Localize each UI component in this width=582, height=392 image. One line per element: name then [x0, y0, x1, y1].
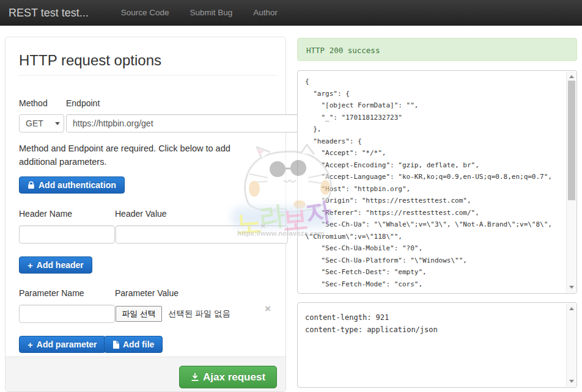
title-divider [19, 75, 277, 76]
response-headers-text: content-length: 921 content-type: applic… [298, 303, 576, 387]
header-value-input[interactable] [116, 225, 288, 244]
response-body-text: { "args": { "[object FormData]": "", "_"… [298, 71, 576, 293]
download-icon [191, 372, 199, 382]
nav-link-submit-bug[interactable]: Submit Bug [180, 0, 243, 26]
file-status-text: 선택된 파일 없음 [168, 308, 230, 319]
scroll-up-icon[interactable] [569, 75, 574, 78]
parameter-name-input[interactable] [19, 305, 115, 323]
add-parameter-label: Add parameter [37, 339, 97, 349]
response-body-box: { "args": { "[object FormData]": "", "_"… [297, 70, 577, 294]
scroll-down-icon[interactable] [569, 380, 574, 383]
headers-scrollbar[interactable] [566, 303, 576, 387]
parameter-name-label: Parameter Name [19, 288, 84, 298]
plus-icon: + [28, 261, 33, 270]
parameter-value-label: Parameter Value [115, 288, 179, 298]
add-file-button[interactable]: Add file [104, 336, 163, 353]
ajax-request-label: Ajax request [203, 371, 265, 383]
add-authentication-button[interactable]: Add authentication [19, 176, 125, 194]
scroll-up-icon[interactable] [569, 307, 574, 310]
header-name-label: Header Name [19, 209, 72, 219]
page-title: HTTP request options [19, 52, 161, 69]
method-select-wrap: GET [19, 114, 64, 132]
method-label: Method [19, 98, 48, 108]
nav-link-author[interactable]: Author [243, 0, 288, 26]
choose-file-button[interactable]: 파일 선택 [116, 306, 162, 322]
status-text: HTTP 200 success [306, 46, 380, 55]
nav-links: Source Code Submit Bug Author [111, 0, 288, 26]
response-headers-box: content-length: 921 content-type: applic… [297, 302, 577, 388]
plus-icon: + [28, 340, 33, 349]
response-scrollbar[interactable] [566, 71, 576, 292]
header-value-label: Header Value [115, 209, 167, 219]
scrollbar-thumb[interactable] [568, 81, 575, 200]
remove-row-icon[interactable]: × [265, 303, 271, 314]
add-authentication-label: Add authentication [39, 180, 116, 190]
add-file-label: Add file [123, 339, 154, 349]
ajax-request-button[interactable]: Ajax request [179, 366, 277, 388]
add-header-label: Add header [37, 260, 84, 270]
request-options-panel: HTTP request options Method Endpoint GET… [5, 37, 286, 392]
add-header-button[interactable]: + Add header [19, 256, 92, 274]
file-icon [112, 341, 119, 349]
page: REST test test... Source Code Submit Bug… [0, 0, 582, 392]
brand-link[interactable]: REST test test... [0, 0, 97, 26]
nav-link-source-code[interactable]: Source Code [111, 0, 180, 26]
header-name-input[interactable] [19, 225, 115, 244]
endpoint-label: Endpoint [66, 98, 100, 108]
add-parameter-button[interactable]: + Add parameter [19, 336, 106, 353]
scroll-down-icon[interactable] [569, 286, 574, 289]
top-navbar: REST test test... Source Code Submit Bug… [0, 0, 582, 26]
help-text: Method and Endpoint are required. Click … [19, 142, 268, 169]
method-select[interactable]: GET [19, 114, 64, 132]
lock-icon [28, 181, 35, 189]
status-alert: HTTP 200 success [297, 38, 577, 61]
endpoint-input[interactable] [66, 114, 299, 132]
